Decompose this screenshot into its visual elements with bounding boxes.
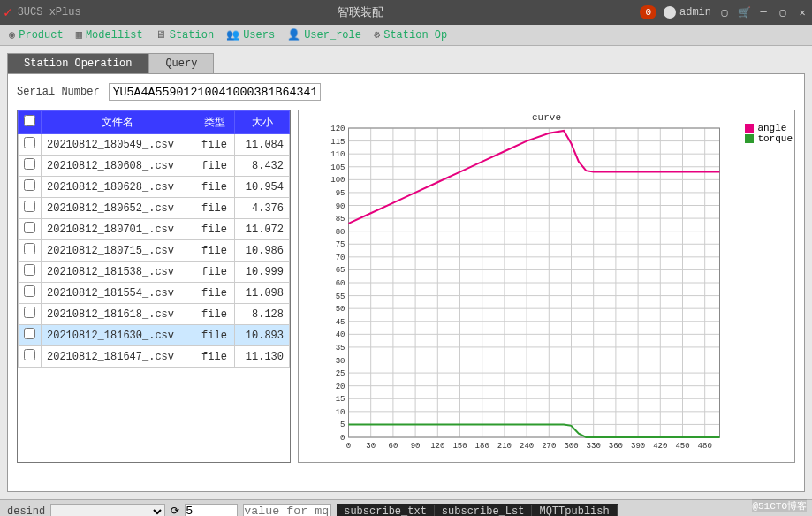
- table-row[interactable]: 20210812_180715_.csv file 10.986: [19, 240, 290, 262]
- serial-input[interactable]: [109, 83, 321, 101]
- user-label[interactable]: admin: [664, 6, 711, 19]
- subscribe-txt-button[interactable]: subscribe_txt: [337, 505, 435, 517]
- table-row[interactable]: 20210812_181647_.csv file 11.130: [19, 346, 290, 368]
- maximize-icon[interactable]: ▢: [777, 6, 789, 19]
- svg-text:90: 90: [336, 202, 345, 211]
- cell-type: file: [194, 283, 234, 304]
- svg-text:0: 0: [340, 434, 345, 443]
- legend-torque: torque: [745, 133, 793, 144]
- cart-icon[interactable]: 🛒: [738, 6, 750, 19]
- cell-type: file: [194, 325, 234, 346]
- svg-text:360: 360: [609, 442, 623, 451]
- svg-text:30: 30: [336, 357, 345, 366]
- header-checkbox[interactable]: [19, 111, 42, 134]
- svg-text:90: 90: [411, 442, 421, 451]
- cell-size: 4.376: [235, 198, 290, 219]
- table-row[interactable]: 20210812_180628_.csv file 10.954: [19, 177, 290, 198]
- svg-text:80: 80: [336, 228, 345, 237]
- svg-text:105: 105: [330, 163, 345, 172]
- bottom-bar: desind ⟳ subscribe_txt subscribe_Lst MQT…: [0, 499, 812, 516]
- menu-modellist[interactable]: ▦Modellist: [71, 27, 148, 43]
- serial-label: Serial Number: [17, 86, 100, 98]
- header-size[interactable]: 大小: [235, 111, 290, 134]
- cell-name: 20210812_181618_.csv: [42, 304, 194, 325]
- table-row[interactable]: 20210812_180701_.csv file 11.072: [19, 219, 290, 240]
- tab-query[interactable]: Query: [148, 53, 214, 73]
- table-row[interactable]: 20210812_180549_.csv file 11.084: [19, 134, 290, 156]
- header-name[interactable]: 文件名: [42, 111, 194, 134]
- refresh-icon[interactable]: ⟳: [171, 505, 179, 516]
- svg-text:60: 60: [388, 442, 398, 451]
- legend: angle torque: [745, 123, 793, 144]
- svg-text:45: 45: [336, 318, 345, 327]
- svg-text:100: 100: [330, 176, 345, 185]
- row-checkbox[interactable]: [24, 243, 35, 254]
- num-input[interactable]: [185, 504, 238, 517]
- svg-text:20: 20: [336, 383, 345, 391]
- cell-name: 20210812_181554_.csv: [42, 283, 194, 304]
- svg-text:55: 55: [336, 292, 345, 301]
- menu-user-role[interactable]: 👤User_role: [282, 27, 367, 43]
- svg-text:180: 180: [475, 442, 489, 451]
- cell-size: 10.999: [235, 262, 290, 283]
- table-row[interactable]: 20210812_181618_.csv file 8.128: [19, 304, 290, 325]
- svg-text:390: 390: [631, 442, 645, 451]
- cell-size: 8.432: [235, 156, 290, 177]
- row-checkbox[interactable]: [24, 137, 35, 148]
- avatar-icon: [664, 6, 676, 19]
- table-row[interactable]: 20210812_181630_.csv file 10.893: [19, 325, 290, 346]
- mqtt-value-input[interactable]: [243, 504, 331, 517]
- row-checkbox[interactable]: [24, 285, 35, 297]
- desind-label: desind: [7, 505, 45, 517]
- row-checkbox[interactable]: [24, 349, 35, 360]
- row-checkbox[interactable]: [24, 328, 35, 339]
- cell-type: file: [194, 134, 234, 156]
- row-checkbox[interactable]: [24, 158, 35, 170]
- window-title: 智联装配: [81, 4, 641, 20]
- table-row[interactable]: 20210812_180652_.csv file 4.376: [19, 198, 290, 219]
- table-row[interactable]: 20210812_181554_.csv file 11.098: [19, 283, 290, 304]
- row-checkbox[interactable]: [24, 264, 35, 276]
- cell-type: file: [194, 177, 234, 198]
- menu-station-op[interactable]: ⚙Station Op: [368, 27, 452, 43]
- chart: curve angle torque 030609012015018021024…: [298, 110, 795, 463]
- box-icon[interactable]: ▢: [718, 6, 731, 19]
- cell-size: 11.130: [235, 346, 290, 368]
- notification-badge[interactable]: 0: [640, 5, 656, 19]
- cell-name: 20210812_180652_.csv: [42, 198, 194, 219]
- svg-text:35: 35: [336, 344, 345, 353]
- menu-users[interactable]: 👥Users: [221, 27, 280, 43]
- svg-text:95: 95: [336, 189, 345, 198]
- table-row[interactable]: 20210812_181538_.csv file 10.999: [19, 262, 290, 283]
- cell-name: 20210812_180549_.csv: [42, 134, 194, 156]
- mqtt-publish-button[interactable]: MQTTpublish: [532, 505, 617, 517]
- row-checkbox[interactable]: [24, 201, 35, 212]
- close-icon[interactable]: ✕: [796, 6, 808, 19]
- svg-text:50: 50: [336, 305, 345, 314]
- menu-product[interactable]: ◉Product: [4, 27, 69, 43]
- cell-name: 20210812_181630_.csv: [42, 325, 194, 346]
- row-checkbox[interactable]: [24, 307, 35, 318]
- modellist-icon: ▦: [76, 28, 82, 42]
- svg-text:5: 5: [340, 421, 345, 429]
- minimize-icon[interactable]: —: [757, 6, 770, 19]
- check-icon: ✓: [4, 4, 12, 21]
- cell-type: file: [194, 219, 234, 240]
- tab-station-operation[interactable]: Station Operation: [7, 53, 148, 73]
- titlebar: ✓ 3UCS xPlus 智联装配 0 admin ▢ 🛒 — ▢ ✕: [0, 0, 812, 25]
- station-op-icon: ⚙: [374, 28, 380, 42]
- subscribe-lst-button[interactable]: subscribe_Lst: [435, 505, 533, 517]
- table-row[interactable]: 20210812_180608_.csv file 8.432: [19, 156, 290, 177]
- cell-size: 11.072: [235, 219, 290, 240]
- row-checkbox[interactable]: [24, 222, 35, 233]
- menu-station[interactable]: 🖥Station: [150, 27, 219, 43]
- svg-text:65: 65: [336, 266, 345, 275]
- chart-title: curve: [532, 112, 561, 123]
- row-checkbox[interactable]: [24, 179, 35, 191]
- desind-select[interactable]: [50, 504, 165, 517]
- header-type[interactable]: 类型: [194, 111, 234, 134]
- cell-type: file: [194, 262, 234, 283]
- cell-type: file: [194, 304, 234, 325]
- svg-text:270: 270: [542, 442, 556, 451]
- svg-text:300: 300: [564, 442, 578, 451]
